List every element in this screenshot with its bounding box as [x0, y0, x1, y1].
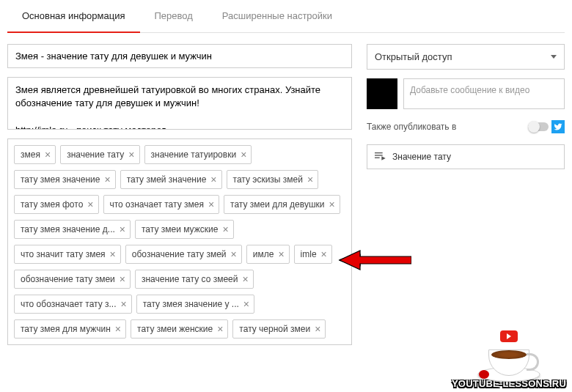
tag-chip[interactable]: тату эскизы змей×: [227, 170, 319, 189]
tag-label: тату змея фото: [21, 199, 83, 210]
tag-label: тату змея для мужчин: [21, 324, 111, 334]
also-publish-label: Также опубликовать в: [367, 122, 456, 132]
tab-main[interactable]: Основная информация: [7, 0, 140, 33]
tag-remove-icon[interactable]: ×: [217, 324, 223, 334]
tags-input[interactable]: змея×значение тату×значение татуировки×т…: [7, 138, 352, 345]
tag-remove-icon[interactable]: ×: [115, 324, 121, 334]
tag-label: тату эскизы змей: [233, 174, 303, 185]
tag-label: имле: [253, 249, 274, 259]
playlist-button[interactable]: Значение тату: [367, 144, 565, 169]
tag-chip[interactable]: тату змеи для девушки×: [224, 195, 340, 214]
tag-remove-icon[interactable]: ×: [120, 274, 125, 284]
tag-label: тату змея значение у ...: [143, 299, 239, 309]
tag-chip[interactable]: значение татуировки×: [144, 145, 252, 164]
tag-label: тату змеи для девушки: [230, 199, 324, 210]
privacy-select[interactable]: Открытый доступ: [367, 44, 565, 70]
svg-rect-1: [375, 155, 383, 155]
tag-label: что значит тату змея: [21, 249, 106, 259]
tag-label: что означает тату змея: [110, 199, 204, 210]
tag-remove-icon[interactable]: ×: [210, 174, 216, 185]
share-message-input[interactable]: Добавьте сообщение к видео: [403, 78, 565, 109]
tag-label: что обозначает тату з...: [21, 299, 117, 309]
tag-label: тату змеи женские: [137, 324, 213, 334]
tag-remove-icon[interactable]: ×: [110, 249, 116, 259]
annotation-arrow-icon: [338, 248, 411, 273]
tag-label: тату змей значение: [127, 174, 207, 185]
tag-chip[interactable]: обозначение тату змей×: [125, 245, 242, 264]
tag-chip[interactable]: imle×: [294, 245, 332, 264]
svg-rect-0: [375, 152, 383, 153]
tag-remove-icon[interactable]: ×: [222, 224, 228, 234]
tag-chip[interactable]: тату змея для мужчин×: [14, 319, 126, 339]
tag-chip[interactable]: что означает тату змея×: [103, 195, 220, 214]
tag-remove-icon[interactable]: ×: [231, 249, 237, 259]
tag-chip[interactable]: тату змеи женские×: [131, 319, 228, 339]
tag-label: тату змея значение: [21, 174, 100, 185]
tag-chip[interactable]: значение тату×: [60, 145, 139, 164]
tab-translate[interactable]: Перевод: [140, 0, 208, 32]
tag-remove-icon[interactable]: ×: [329, 199, 334, 210]
playlist-icon: [375, 152, 386, 161]
privacy-value: Открытый доступ: [375, 51, 452, 62]
tag-label: значение тату: [67, 149, 124, 160]
tag-chip[interactable]: что обозначает тату з...×: [14, 295, 132, 314]
cup-icon: [477, 338, 540, 382]
tag-chip[interactable]: тату змея фото×: [14, 195, 99, 214]
tag-chip[interactable]: тату змея значение×: [14, 170, 116, 189]
tag-remove-icon[interactable]: ×: [321, 249, 327, 259]
tag-remove-icon[interactable]: ×: [120, 224, 125, 234]
tag-label: значение тату со змеей: [142, 274, 238, 284]
tag-chip[interactable]: обозначение тату змеи×: [14, 270, 131, 289]
tag-remove-icon[interactable]: ×: [208, 199, 214, 210]
tag-label: обозначение тату змей: [132, 249, 227, 259]
svg-rect-2: [375, 158, 380, 158]
tag-chip[interactable]: что значит тату змея×: [14, 245, 121, 264]
twitter-toggle[interactable]: [528, 122, 549, 131]
watermark: YOUTUBE-LESSONS.RU: [452, 338, 566, 389]
tag-remove-icon[interactable]: ×: [315, 324, 320, 334]
tag-remove-icon[interactable]: ×: [241, 149, 246, 160]
tag-chip[interactable]: имле×: [246, 245, 290, 264]
tag-label: обозначение тату змеи: [21, 274, 115, 284]
caret-down-icon: [551, 55, 557, 59]
tag-chip[interactable]: тату черной змеи×: [232, 319, 326, 339]
playlist-label: Значение тату: [392, 152, 451, 162]
tab-advanced[interactable]: Расширенные настройки: [208, 0, 347, 32]
video-description-input[interactable]: [7, 77, 352, 130]
tag-remove-icon[interactable]: ×: [278, 249, 284, 259]
tag-remove-icon[interactable]: ×: [121, 299, 127, 309]
tag-remove-icon[interactable]: ×: [128, 149, 134, 160]
tag-chip[interactable]: тату змеи мужские×: [135, 220, 234, 239]
tag-label: тату змеи мужские: [142, 224, 218, 234]
tag-remove-icon[interactable]: ×: [45, 149, 51, 160]
tag-remove-icon[interactable]: ×: [307, 174, 313, 185]
tag-chip[interactable]: тату змея значение у ...×: [136, 295, 254, 314]
tag-chip[interactable]: значение тату со змеей×: [135, 270, 254, 289]
tag-label: значение татуировки: [151, 149, 237, 160]
tag-remove-icon[interactable]: ×: [87, 199, 93, 210]
youtube-logo-icon: [500, 330, 518, 342]
tag-label: змея: [21, 149, 40, 160]
tag-label: imle: [301, 249, 317, 259]
video-thumbnail: [367, 78, 397, 109]
tag-remove-icon[interactable]: ×: [243, 299, 249, 309]
tag-chip[interactable]: тату змей значение×: [120, 170, 222, 189]
twitter-icon: [551, 120, 565, 133]
tag-chip[interactable]: змея×: [14, 145, 56, 164]
tag-label: тату змея значение д...: [21, 224, 115, 234]
video-title-input[interactable]: [7, 44, 352, 68]
tag-remove-icon[interactable]: ×: [104, 174, 110, 185]
tag-chip[interactable]: тату змея значение д...×: [14, 220, 131, 239]
tag-remove-icon[interactable]: ×: [242, 274, 248, 284]
tag-label: тату черной змеи: [239, 324, 310, 334]
tabs-bar: Основная информация Перевод Расширенные …: [7, 0, 565, 33]
